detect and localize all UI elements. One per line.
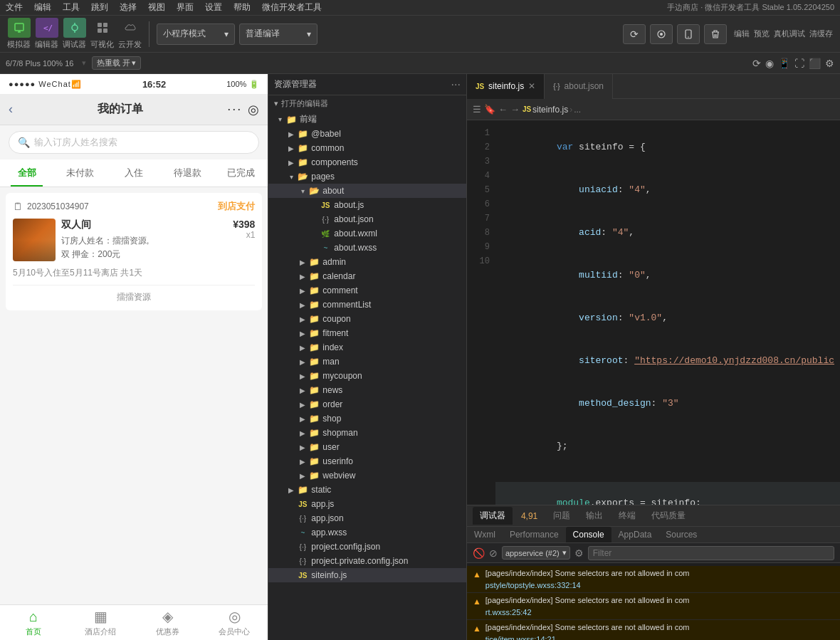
folder-webview[interactable]: ▶ 📁 webview (268, 468, 466, 483)
menu-icon[interactable]: ☰ (473, 104, 481, 115)
folder-comment[interactable]: ▶ 📁 comment (268, 283, 466, 298)
root-folder[interactable]: ▾ 📁 前端 (268, 112, 466, 127)
debug-tab-quality[interactable]: 代码质量 (644, 507, 693, 525)
settings-icon[interactable]: ⚙ (825, 58, 834, 69)
file-about-wxml[interactable]: ▶ 🌿 about.wxml (268, 226, 466, 241)
folder-coupon[interactable]: ▶ 📁 coupon (268, 312, 466, 326)
file-about-js[interactable]: ▶ JS about.js (268, 198, 466, 212)
debug-tab-issues[interactable]: 问题 (546, 507, 577, 525)
real-device-button[interactable] (677, 24, 700, 44)
open-editors-section[interactable]: ▾ 打开的编辑器 (268, 95, 466, 112)
folder-components[interactable]: ▶ 📁 components (268, 155, 466, 169)
nav-home[interactable]: ⌂ 首页 (0, 605, 67, 640)
sub-tab-console[interactable]: Console (566, 527, 611, 542)
folder-man[interactable]: ▶ 📁 man (268, 355, 466, 369)
menu-file[interactable]: 文件 (6, 1, 23, 14)
sub-tab-performance[interactable]: Performance (503, 527, 566, 542)
debug-clear-icon[interactable]: 🚫 (473, 547, 485, 559)
search-input-box[interactable]: 🔍 输入订房人姓名搜索 (9, 131, 259, 154)
scan-icon[interactable]: ◎ (248, 102, 259, 117)
folder-news[interactable]: ▶ 📁 news (268, 383, 466, 397)
stop-icon[interactable]: ◉ (765, 58, 774, 69)
nav-member[interactable]: ◎ 会员中心 (201, 605, 268, 640)
sub-tab-appdata[interactable]: AppData (611, 527, 659, 542)
folder-calendar[interactable]: ▶ 📁 calendar (268, 269, 466, 283)
debug-settings-icon[interactable]: ⚙ (574, 547, 584, 559)
nav-hotel-label: 酒店介绍 (85, 626, 116, 637)
tab-siteinfo-js[interactable]: JS siteinfo.js ✕ (467, 74, 545, 99)
order-date: 5月10号入住至5月11号离店 共1天 (13, 267, 255, 279)
folder-commentlist[interactable]: ▶ 📁 commentList (268, 298, 466, 312)
tab-completed[interactable]: 已完成 (214, 159, 268, 187)
folder-babel[interactable]: ▶ 📁 @babel (268, 127, 466, 141)
menu-edit[interactable]: 编辑 (34, 1, 51, 14)
file-app-wxss[interactable]: ▶ ~ app.wxss (268, 525, 466, 540)
debug-filter-icon[interactable]: ⊘ (489, 547, 498, 559)
file-siteinfo-js[interactable]: ▶ JS siteinfo.js (268, 568, 466, 582)
sub-tab-sources[interactable]: Sources (658, 527, 704, 542)
bookmark-icon[interactable]: 🔖 (484, 104, 495, 115)
explorer-more-button[interactable]: ··· (451, 78, 461, 91)
menu-settings[interactable]: 设置 (205, 1, 222, 14)
screenshot-icon[interactable]: ⬛ (809, 58, 821, 69)
tab-unpaid[interactable]: 未付款 (53, 159, 107, 187)
visible-button[interactable]: 可视化 (90, 18, 114, 50)
debug-tab-debugger[interactable]: 调试器 (473, 507, 513, 525)
folder-fitment[interactable]: ▶ 📁 fitment (268, 326, 466, 340)
menu-view[interactable]: 视图 (148, 1, 165, 14)
menu-tools[interactable]: 工具 (63, 1, 80, 14)
phone-icon[interactable]: 📱 (778, 58, 790, 69)
tab-refund[interactable]: 待退款 (161, 159, 214, 187)
folder-admin[interactable]: ▶ 📁 admin (268, 255, 466, 269)
menu-goto[interactable]: 跳到 (91, 1, 108, 14)
expand-icon[interactable]: ⛶ (794, 58, 804, 69)
folder-pages[interactable]: ▾ 📂 pages (268, 169, 466, 184)
editor-button[interactable]: </> 编辑器 (35, 18, 58, 50)
siteinfo-tab-close[interactable]: ✕ (528, 81, 535, 91)
forward-nav-icon[interactable]: → (510, 104, 520, 115)
folder-shop[interactable]: ▶ 📁 shop (268, 411, 466, 426)
file-about-json[interactable]: ▶ {·} about.json (268, 212, 466, 226)
nav-hotel[interactable]: ▦ 酒店介绍 (67, 605, 134, 640)
file-app-js[interactable]: ▶ JS app.js (268, 497, 466, 511)
debug-tab-output[interactable]: 输出 (579, 507, 610, 525)
debugger-button[interactable]: 调试器 (63, 18, 86, 50)
tab-all[interactable]: 全部 (0, 159, 53, 187)
hotreload-button[interactable]: 热重载 开 ▾ (92, 56, 141, 70)
cloud-button[interactable]: 云开发 (118, 18, 142, 50)
folder-static[interactable]: ▶ 📁 static (268, 483, 466, 497)
reload-icon[interactable]: ⟳ (752, 58, 761, 69)
folder-index[interactable]: ▶ 📁 index (268, 340, 466, 355)
nav-coupon[interactable]: ◈ 优惠券 (134, 605, 201, 640)
appservice-select[interactable]: appservice (#2) ▾ (502, 546, 570, 560)
file-about-wxss[interactable]: ▶ ~ about.wxss (268, 241, 466, 255)
clear-cache-button[interactable] (704, 24, 727, 44)
folder-userinfo[interactable]: ▶ 📁 userinfo (268, 454, 466, 468)
folder-order[interactable]: ▶ 📁 order (268, 397, 466, 411)
menu-wechat-devtools[interactable]: 微信开发者工具 (262, 1, 322, 14)
menu-select[interactable]: 选择 (120, 1, 137, 14)
sub-tab-wxml[interactable]: Wxml (467, 527, 503, 542)
folder-shopman[interactable]: ▶ 📁 shopman (268, 426, 466, 440)
file-app-json[interactable]: ▶ {·} app.json (268, 511, 466, 525)
folder-user[interactable]: ▶ 📁 user (268, 440, 466, 454)
folder-about[interactable]: ▾ 📂 about (268, 184, 466, 198)
folder-mycoupon[interactable]: ▶ 📁 mycoupon (268, 369, 466, 383)
compile-select[interactable]: 普通编译 ▾ (239, 23, 317, 45)
file-project-private-config[interactable]: ▶ {·} project.private.config.json (268, 554, 466, 568)
dot-menu-button[interactable]: ··· (227, 102, 242, 117)
refresh-button[interactable]: ⟳ (623, 24, 646, 44)
simulator-button[interactable]: 模拟器 (7, 18, 31, 50)
preview-icon-button[interactable] (650, 24, 673, 44)
file-project-config[interactable]: ▶ {·} project.config.json (268, 540, 466, 554)
menu-interface[interactable]: 界面 (177, 1, 194, 14)
tab-checkin[interactable]: 入住 (107, 159, 161, 187)
menu-help[interactable]: 帮助 (233, 1, 251, 14)
folder-common[interactable]: ▶ 📁 common (268, 141, 466, 155)
debug-tab-terminal[interactable]: 终端 (611, 507, 643, 525)
console-filter-input[interactable] (588, 546, 834, 560)
mode-select[interactable]: 小程序模式 ▾ (157, 23, 235, 45)
tab-about-json[interactable]: {·} about.json (545, 74, 613, 99)
back-nav-icon[interactable]: ← (498, 104, 508, 115)
code-content[interactable]: var siteinfo = { uniacid: "4", acid: "4"… (495, 120, 840, 505)
